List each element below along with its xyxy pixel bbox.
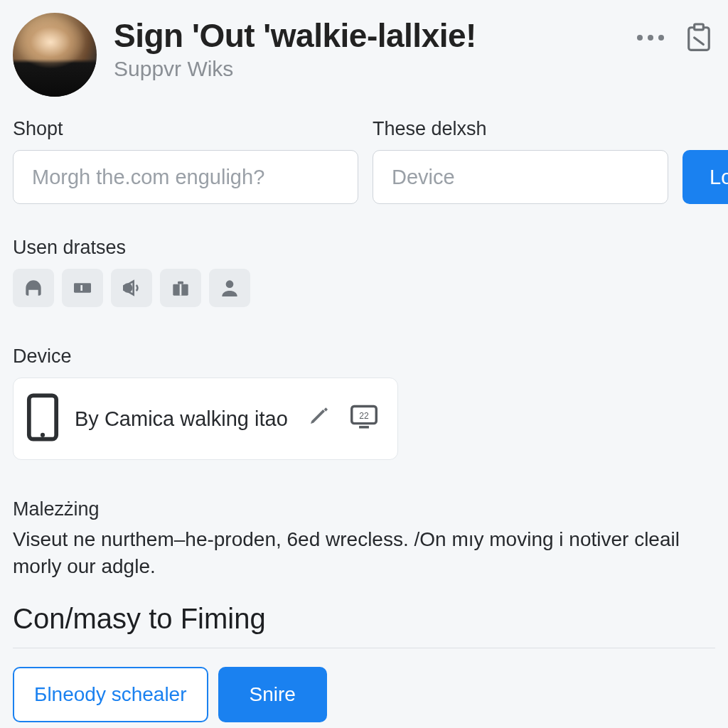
svg-rect-6 [178,282,183,284]
svg-text:22: 22 [359,411,369,421]
device-section: Device By Camica walking itao 22 [13,346,715,498]
more-icon[interactable] [637,35,664,41]
paragraph-section: Malezżing Viseut ne nurthem–he-proden, 6… [13,498,715,580]
device-card: By Camica walking itao 22 [13,378,398,460]
usen-label: Usen dratses [13,237,715,259]
section-heading: Con/masy to Fiming [13,603,715,648]
edit-icon[interactable] [308,404,331,434]
briefcase-icon[interactable] [160,269,201,307]
delxsh-label: These delxsh [373,118,668,140]
primary-button[interactable]: Snire [218,667,327,722]
page-title: Sign 'Out 'walkie-lallxie! [114,18,620,53]
paragraph-body: Viseut ne nurthem–he-proden, 6ed wrecles… [13,526,695,580]
headphones-icon[interactable] [13,269,54,307]
field-shopt: Shopt [13,118,358,204]
phone-icon [26,392,59,445]
svg-point-10 [41,433,45,437]
svg-point-8 [226,280,234,288]
svg-rect-7 [180,284,182,296]
svg-rect-9 [29,395,56,439]
paragraph-title: Malezżing [13,498,715,520]
announce-icon[interactable] [111,269,152,307]
ticket-icon[interactable] [62,269,103,307]
usen-icon-row [13,269,715,307]
usen-section: Usen dratses [13,237,715,307]
svg-rect-1 [695,24,704,30]
page-subtitle: Suppvr Wiks [114,57,620,81]
field-row: Shopt These delxsh Logo [13,118,715,204]
delxsh-input[interactable] [373,150,668,204]
clipboard-icon[interactable] [685,23,712,53]
monitor-icon[interactable]: 22 [349,404,379,434]
header-actions [637,13,715,53]
device-text: By Camica walking itao [75,407,288,431]
device-label: Device [13,346,715,368]
logo-button[interactable]: Logo [682,150,728,204]
header: Sign 'Out 'walkie-lallxie! Suppvr Wiks [13,13,715,97]
shopt-input[interactable] [13,150,358,204]
field-delxsh: These delxsh [373,118,668,204]
title-block: Sign 'Out 'walkie-lallxie! Suppvr Wiks [114,13,620,81]
svg-rect-13 [359,426,369,428]
secondary-button[interactable]: Бlneody schealer [13,667,208,722]
avatar[interactable] [13,13,97,97]
person-icon[interactable] [209,269,250,307]
shopt-label: Shopt [13,118,358,140]
button-row: Бlneody schealer Snire [13,667,715,722]
svg-rect-3 [80,285,82,291]
svg-point-4 [123,283,132,292]
